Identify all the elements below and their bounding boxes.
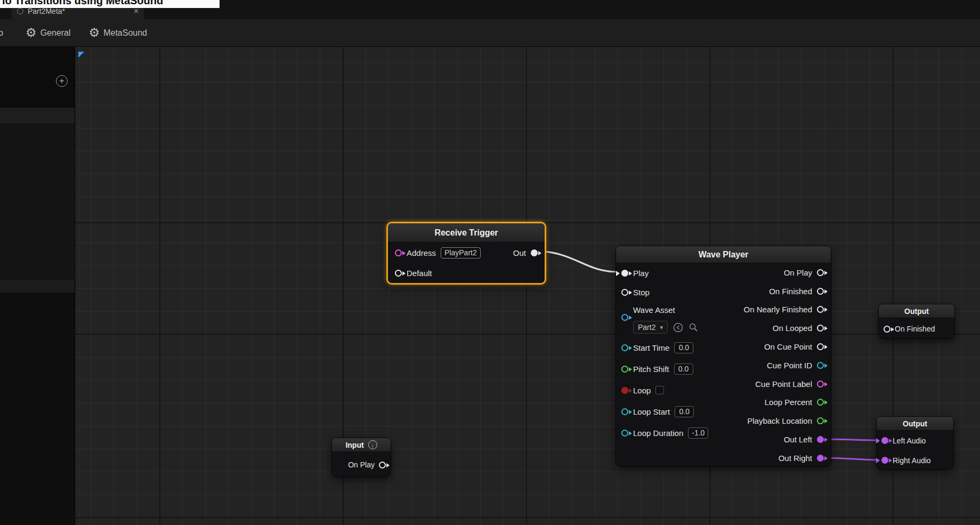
node-header[interactable]: Input ↓ [332, 438, 391, 452]
metasound-editor-window: { "window": { "title_overlay": "io Trans… [0, 0, 980, 525]
loop-duration-input[interactable]: -1.0 [688, 427, 708, 439]
on-play-label: On Play [784, 268, 812, 277]
wave-asset-pin[interactable] [621, 314, 628, 321]
gear-icon: ⚙ [89, 27, 100, 39]
on-finished-label: On Finished [769, 287, 812, 296]
toolbar: p ⚙ General ⚙ MetaSound [0, 19, 980, 47]
right-audio-pin[interactable] [881, 457, 888, 464]
browse-asset-icon[interactable] [688, 322, 699, 333]
on-nearly-finished-label: On Nearly Finished [744, 305, 812, 314]
out-left-pin[interactable] [817, 436, 824, 443]
add-member-button[interactable]: + [56, 75, 68, 87]
loop-start-input[interactable]: 0.0 [675, 406, 694, 417]
pitch-shift-input[interactable]: 0.0 [674, 364, 693, 375]
input-down-arrow-icon[interactable]: ↓ [368, 440, 377, 449]
sidebar-section [0, 293, 75, 525]
node-input-on-play[interactable]: Input ↓ On Play [331, 438, 391, 477]
address-label: Address [407, 248, 436, 257]
stop-pin[interactable] [621, 289, 628, 296]
asset-tab-icon [17, 8, 23, 14]
out-label: Out [513, 248, 526, 257]
right-audio-label: Right Audio [893, 456, 931, 465]
on-play-pin[interactable] [817, 269, 824, 276]
on-nearly-finished-pin[interactable] [817, 306, 824, 313]
general-label: General [41, 28, 71, 38]
node-title: Wave Player [699, 250, 749, 260]
tab-close-icon[interactable]: × [134, 7, 139, 15]
default-label: Default [407, 269, 432, 278]
chevron-down-icon: ▾ [660, 324, 663, 331]
loop-percent-label: Loop Percent [765, 398, 812, 407]
address-input[interactable]: PlayPart2 [441, 247, 481, 259]
loop-duration-pin[interactable] [621, 430, 628, 437]
play-label: Play [633, 269, 649, 278]
loop-checkbox[interactable] [655, 386, 664, 394]
general-settings-button[interactable]: ⚙ General [26, 27, 71, 39]
out-right-pin[interactable] [817, 455, 824, 462]
node-header[interactable]: Output [877, 417, 953, 431]
default-row: Default [388, 263, 545, 283]
left-audio-label: Left Audio [893, 437, 926, 445]
node-output-on-finished[interactable]: Output On Finished [878, 304, 955, 339]
loop-pin[interactable] [621, 387, 628, 394]
node-receive-trigger[interactable]: Receive Trigger Address PlayPart2 Out De… [386, 222, 546, 285]
tab-label: Part2Meta* [28, 7, 65, 15]
start-time-input[interactable]: 0.0 [674, 342, 693, 353]
node-title: Output [903, 419, 927, 428]
start-time-pin[interactable] [621, 344, 628, 351]
loop-start-label: Loop Start [633, 407, 670, 416]
out-right-label: Out Right [779, 454, 812, 463]
pitch-shift-label: Pitch Shift [633, 365, 669, 374]
window-title-overlay: io Transitions using MetaSound [0, 0, 220, 8]
wave-asset-label: Wave Asset [633, 305, 675, 314]
cue-point-label-label: Cue Point Label [755, 379, 812, 389]
node-title: Output [904, 307, 929, 316]
loop-start-pin[interactable] [621, 408, 628, 415]
toolbar-cropped-label[interactable]: p [0, 28, 3, 38]
loop-percent-pin[interactable] [817, 399, 824, 406]
playback-location-label: Playback Location [747, 416, 812, 425]
cue-point-id-pin[interactable] [817, 362, 824, 369]
wire-out-to-play[interactable] [534, 251, 617, 272]
loop-duration-label: Loop Duration [633, 429, 683, 438]
node-title: Receive Trigger [434, 228, 498, 238]
window-title-text: io Transitions using MetaSound [0, 0, 220, 8]
sidebar-row[interactable] [0, 108, 75, 123]
sidebar-row[interactable] [0, 280, 75, 293]
on-finished-pin[interactable] [817, 288, 824, 295]
on-play-output-pin[interactable] [379, 462, 386, 469]
left-audio-pin[interactable] [881, 437, 888, 444]
address-row: Address PlayPart2 Out [388, 243, 545, 263]
pitch-shift-pin[interactable] [621, 366, 628, 373]
default-pin[interactable] [395, 270, 402, 277]
on-play-input-label: On Play [348, 461, 375, 469]
on-looped-pin[interactable] [817, 325, 824, 332]
node-output-audio[interactable]: Output Left Audio Right Audio [876, 416, 954, 470]
stop-label: Stop [633, 288, 650, 297]
node-title: Input [345, 441, 363, 449]
address-pin[interactable] [395, 249, 402, 256]
node-wave-player[interactable]: Wave Player Play Stop Wave Asset Par [615, 246, 831, 467]
cue-point-label-pin[interactable] [817, 381, 824, 387]
on-looped-label: On Looped [773, 324, 812, 333]
play-pin[interactable] [621, 270, 628, 277]
node-header[interactable]: Output [879, 304, 954, 318]
on-finished-output-pin[interactable] [884, 326, 890, 333]
playback-location-pin[interactable] [817, 417, 824, 424]
out-pin[interactable] [531, 249, 538, 256]
node-header[interactable]: Receive Trigger [388, 223, 545, 243]
node-header[interactable]: Wave Player [616, 246, 831, 263]
on-cue-point-label: On Cue Point [764, 342, 812, 351]
wave-asset-dropdown[interactable]: Part2 ▾ [633, 321, 668, 334]
graph-canvas[interactable]: Receive Trigger Address PlayPart2 Out De… [75, 47, 980, 525]
out-left-label: Out Left [784, 435, 812, 444]
members-panel: + [0, 47, 75, 525]
wire-layer [75, 47, 980, 525]
metasound-settings-button[interactable]: ⚙ MetaSound [89, 27, 147, 39]
sidebar-section [0, 123, 75, 280]
use-selected-asset-icon[interactable] [673, 322, 683, 333]
loop-label: Loop [633, 386, 651, 395]
cue-point-id-label: Cue Point ID [767, 361, 812, 370]
on-cue-point-pin[interactable] [817, 343, 824, 350]
wave-asset-value: Part2 [638, 323, 655, 332]
